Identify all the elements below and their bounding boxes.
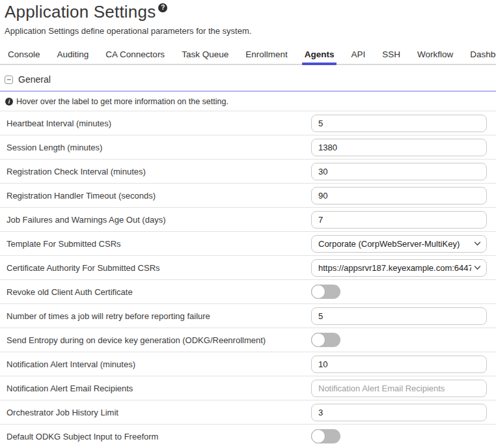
setting-control [311,115,487,132]
setting-control: Corporate (CorpWebServer-MultiKey) [311,235,487,253]
setting-label: Job Failures and Warnings Age Out (days) [7,215,311,225]
setting-label: Registration Check Interval (minutes) [7,167,311,176]
setting-row-notification-alert-interval-minutes: Notification Alert Interval (minutes) [0,352,496,376]
toggle-knob [311,285,325,299]
setting-label: Notification Alert Interval (minutes) [7,359,311,369]
setting-row-registration-handler-timeout-seconds: Registration Handler Timeout (seconds) [0,184,496,208]
setting-row-template-for-submitted-csrs: Template For Submitted CSRsCorporate (Co… [0,232,496,256]
tab-ssh[interactable]: SSH [379,45,403,64]
setting-input-session-length-minutes[interactable] [311,139,487,156]
setting-control [311,163,487,180]
tab-ca-connectors[interactable]: CA Connectors [103,45,167,64]
setting-row-heartbeat-interval-minutes: Heartbeat Interval (minutes) [0,111,496,135]
select-value: https://appsrvr187.keyexample.com:6447\C… [318,263,471,273]
help-icon[interactable]: ? [158,3,167,12]
setting-input-heartbeat-interval-minutes[interactable] [311,115,487,132]
setting-row-number-of-times-a-job-will-retry-before-reporting-failure: Number of times a job will retry before … [0,304,496,328]
setting-row-revoke-old-client-auth-certificate: Revoke old Client Auth Certificate [0,280,496,304]
setting-label: Heartbeat Interval (minutes) [7,119,311,128]
setting-row-registration-check-interval-minutes: Registration Check Interval (minutes) [0,160,496,184]
tab-auditing[interactable]: Auditing [55,45,92,64]
setting-control [311,380,487,397]
setting-input-notification-alert-email-recipients[interactable] [311,380,487,397]
setting-row-session-length-minutes: Session Length (minutes) [0,135,496,160]
setting-control: https://appsrvr187.keyexample.com:6447\C… [311,259,487,277]
page-header: Application Settings? Application Settin… [0,0,496,36]
setting-select-template-for-submitted-csrs[interactable]: Corporate (CorpWebServer-MultiKey) [311,235,487,253]
setting-label: Revoke old Client Auth Certificate [7,287,311,297]
setting-row-certificate-authority-for-submitted-csrs: Certificate Authority For Submitted CSRs… [0,256,496,280]
setting-input-orchestrator-job-history-limit[interactable] [311,404,487,421]
setting-row-job-failures-and-warnings-age-out-days: Job Failures and Warnings Age Out (days) [0,208,496,232]
tab-agents[interactable]: Agents [302,45,337,64]
setting-input-job-failures-and-warnings-age-out-days[interactable] [311,211,487,229]
setting-control [311,285,487,299]
tab-api[interactable]: API [348,45,368,64]
setting-control [311,429,487,443]
setting-row-send-entropy-during-on-device-key-generation-odkg-reenrollment: Send Entropy during on device key genera… [0,328,496,352]
setting-label: Registration Handler Timeout (seconds) [7,191,311,201]
setting-control [311,139,487,156]
setting-label: Default ODKG Subject Input to Freeform [7,432,311,441]
settings-list: Heartbeat Interval (minutes)Session Leng… [0,111,496,448]
setting-control [311,404,487,421]
setting-label: Orchestrator Job History Limit [7,408,311,417]
setting-row-orchestrator-job-history-limit: Orchestrator Job History Limit [0,400,496,425]
tab-dashboard-and-reports[interactable]: Dashboard and Reports [467,45,496,64]
setting-row-default-odkg-subject-input-to-freeform: Default ODKG Subject Input to Freeform [0,425,496,448]
tab-workflow[interactable]: Workflow [415,45,456,64]
info-note-text: Hover over the label to get more informa… [16,97,228,106]
section-header-general: − General [0,65,496,92]
setting-control [311,187,487,204]
setting-input-registration-check-interval-minutes[interactable] [311,163,487,180]
toggle-knob [311,333,325,347]
setting-control [311,356,487,373]
setting-control [311,211,487,229]
tab-task-queue[interactable]: Task Queue [179,45,231,64]
tab-enrollment[interactable]: Enrollment [243,45,290,64]
setting-control [311,307,487,325]
info-icon: i [5,98,13,105]
page-subtitle: Application Settings define operational … [5,26,491,36]
setting-control [311,333,487,347]
setting-input-number-of-times-a-job-will-retry-before-reporting-failure[interactable] [311,307,487,325]
info-note: i Hover over the label to get more infor… [0,92,496,111]
toggle-knob [311,429,325,443]
setting-label: Notification Alert Email Recipients [7,384,311,393]
chevron-down-icon [474,266,481,270]
setting-label: Certificate Authority For Submitted CSRs [7,263,311,273]
page-title: Application Settings [5,2,156,21]
tab-console[interactable]: Console [5,45,43,64]
setting-input-registration-handler-timeout-seconds[interactable] [311,187,487,204]
collapse-icon[interactable]: − [5,76,13,84]
toggle-switch-revoke-old-client-auth-certificate[interactable] [311,285,340,299]
select-value: Corporate (CorpWebServer-MultiKey) [318,239,471,249]
setting-label: Template For Submitted CSRs [7,239,311,249]
section-title: General [18,74,51,85]
setting-label: Send Entropy during on device key genera… [7,335,311,345]
toggle-switch-default-odkg-subject-input-to-freeform[interactable] [311,429,340,443]
toggle-switch-send-entropy-during-on-device-key-generation-odkg-reenrollment[interactable] [311,333,340,347]
setting-row-notification-alert-email-recipients: Notification Alert Email Recipients [0,376,496,400]
setting-label: Number of times a job will retry before … [7,311,311,321]
setting-label: Session Length (minutes) [7,143,311,152]
setting-input-notification-alert-interval-minutes[interactable] [311,356,487,373]
tab-bar: ConsoleAuditingCA ConnectorsTask QueueEn… [0,45,496,65]
setting-select-certificate-authority-for-submitted-csrs[interactable]: https://appsrvr187.keyexample.com:6447\C… [311,259,487,277]
chevron-down-icon [474,242,481,246]
